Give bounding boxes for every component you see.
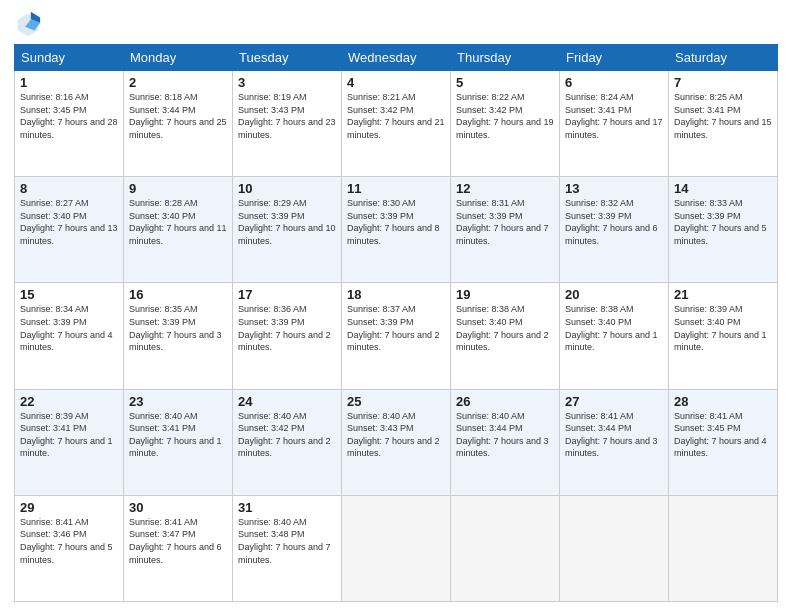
calendar-cell: 30Sunrise: 8:41 AMSunset: 3:47 PMDayligh…	[124, 495, 233, 601]
day-header-monday: Monday	[124, 45, 233, 71]
day-number: 1	[20, 75, 118, 90]
cell-info: Sunrise: 8:39 AMSunset: 3:41 PMDaylight:…	[20, 411, 113, 459]
calendar-cell	[560, 495, 669, 601]
calendar-cell: 15Sunrise: 8:34 AMSunset: 3:39 PMDayligh…	[15, 283, 124, 389]
calendar-cell: 3Sunrise: 8:19 AMSunset: 3:43 PMDaylight…	[233, 71, 342, 177]
cell-info: Sunrise: 8:41 AMSunset: 3:44 PMDaylight:…	[565, 411, 658, 459]
cell-info: Sunrise: 8:34 AMSunset: 3:39 PMDaylight:…	[20, 304, 113, 352]
day-number: 28	[674, 394, 772, 409]
cell-info: Sunrise: 8:33 AMSunset: 3:39 PMDaylight:…	[674, 198, 767, 246]
calendar-cell: 29Sunrise: 8:41 AMSunset: 3:46 PMDayligh…	[15, 495, 124, 601]
calendar-cell: 1Sunrise: 8:16 AMSunset: 3:45 PMDaylight…	[15, 71, 124, 177]
cell-info: Sunrise: 8:31 AMSunset: 3:39 PMDaylight:…	[456, 198, 549, 246]
day-number: 20	[565, 287, 663, 302]
day-number: 23	[129, 394, 227, 409]
day-number: 14	[674, 181, 772, 196]
calendar-cell: 19Sunrise: 8:38 AMSunset: 3:40 PMDayligh…	[451, 283, 560, 389]
cell-info: Sunrise: 8:29 AMSunset: 3:39 PMDaylight:…	[238, 198, 336, 246]
calendar-cell: 20Sunrise: 8:38 AMSunset: 3:40 PMDayligh…	[560, 283, 669, 389]
calendar-cell: 9Sunrise: 8:28 AMSunset: 3:40 PMDaylight…	[124, 177, 233, 283]
calendar-cell: 4Sunrise: 8:21 AMSunset: 3:42 PMDaylight…	[342, 71, 451, 177]
cell-info: Sunrise: 8:18 AMSunset: 3:44 PMDaylight:…	[129, 92, 227, 140]
cell-info: Sunrise: 8:30 AMSunset: 3:39 PMDaylight:…	[347, 198, 440, 246]
cell-info: Sunrise: 8:41 AMSunset: 3:47 PMDaylight:…	[129, 517, 222, 565]
cell-info: Sunrise: 8:40 AMSunset: 3:44 PMDaylight:…	[456, 411, 549, 459]
day-header-thursday: Thursday	[451, 45, 560, 71]
calendar-cell: 27Sunrise: 8:41 AMSunset: 3:44 PMDayligh…	[560, 389, 669, 495]
cell-info: Sunrise: 8:16 AMSunset: 3:45 PMDaylight:…	[20, 92, 118, 140]
logo-icon	[14, 10, 42, 38]
cell-info: Sunrise: 8:40 AMSunset: 3:43 PMDaylight:…	[347, 411, 440, 459]
day-number: 7	[674, 75, 772, 90]
day-number: 17	[238, 287, 336, 302]
calendar-table: SundayMondayTuesdayWednesdayThursdayFrid…	[14, 44, 778, 602]
calendar-cell: 10Sunrise: 8:29 AMSunset: 3:39 PMDayligh…	[233, 177, 342, 283]
logo	[14, 10, 46, 38]
day-number: 16	[129, 287, 227, 302]
calendar-cell: 17Sunrise: 8:36 AMSunset: 3:39 PMDayligh…	[233, 283, 342, 389]
calendar-week-row: 22Sunrise: 8:39 AMSunset: 3:41 PMDayligh…	[15, 389, 778, 495]
calendar-cell: 18Sunrise: 8:37 AMSunset: 3:39 PMDayligh…	[342, 283, 451, 389]
calendar-cell: 13Sunrise: 8:32 AMSunset: 3:39 PMDayligh…	[560, 177, 669, 283]
cell-info: Sunrise: 8:25 AMSunset: 3:41 PMDaylight:…	[674, 92, 772, 140]
day-number: 30	[129, 500, 227, 515]
calendar-cell: 23Sunrise: 8:40 AMSunset: 3:41 PMDayligh…	[124, 389, 233, 495]
calendar-cell: 26Sunrise: 8:40 AMSunset: 3:44 PMDayligh…	[451, 389, 560, 495]
calendar-cell: 6Sunrise: 8:24 AMSunset: 3:41 PMDaylight…	[560, 71, 669, 177]
day-header-saturday: Saturday	[669, 45, 778, 71]
cell-info: Sunrise: 8:36 AMSunset: 3:39 PMDaylight:…	[238, 304, 331, 352]
cell-info: Sunrise: 8:38 AMSunset: 3:40 PMDaylight:…	[565, 304, 658, 352]
calendar-cell: 16Sunrise: 8:35 AMSunset: 3:39 PMDayligh…	[124, 283, 233, 389]
cell-info: Sunrise: 8:38 AMSunset: 3:40 PMDaylight:…	[456, 304, 549, 352]
cell-info: Sunrise: 8:40 AMSunset: 3:41 PMDaylight:…	[129, 411, 222, 459]
cell-info: Sunrise: 8:21 AMSunset: 3:42 PMDaylight:…	[347, 92, 445, 140]
day-number: 3	[238, 75, 336, 90]
cell-info: Sunrise: 8:28 AMSunset: 3:40 PMDaylight:…	[129, 198, 227, 246]
day-number: 2	[129, 75, 227, 90]
calendar-week-row: 15Sunrise: 8:34 AMSunset: 3:39 PMDayligh…	[15, 283, 778, 389]
day-number: 19	[456, 287, 554, 302]
day-number: 18	[347, 287, 445, 302]
calendar-cell: 7Sunrise: 8:25 AMSunset: 3:41 PMDaylight…	[669, 71, 778, 177]
calendar-cell: 11Sunrise: 8:30 AMSunset: 3:39 PMDayligh…	[342, 177, 451, 283]
cell-info: Sunrise: 8:24 AMSunset: 3:41 PMDaylight:…	[565, 92, 663, 140]
day-number: 13	[565, 181, 663, 196]
cell-info: Sunrise: 8:41 AMSunset: 3:45 PMDaylight:…	[674, 411, 767, 459]
day-header-friday: Friday	[560, 45, 669, 71]
cell-info: Sunrise: 8:39 AMSunset: 3:40 PMDaylight:…	[674, 304, 767, 352]
calendar-cell: 22Sunrise: 8:39 AMSunset: 3:41 PMDayligh…	[15, 389, 124, 495]
calendar-header-row: SundayMondayTuesdayWednesdayThursdayFrid…	[15, 45, 778, 71]
day-number: 6	[565, 75, 663, 90]
day-number: 26	[456, 394, 554, 409]
day-number: 27	[565, 394, 663, 409]
day-number: 12	[456, 181, 554, 196]
cell-info: Sunrise: 8:37 AMSunset: 3:39 PMDaylight:…	[347, 304, 440, 352]
day-number: 5	[456, 75, 554, 90]
calendar-cell: 31Sunrise: 8:40 AMSunset: 3:48 PMDayligh…	[233, 495, 342, 601]
calendar-cell: 8Sunrise: 8:27 AMSunset: 3:40 PMDaylight…	[15, 177, 124, 283]
day-number: 10	[238, 181, 336, 196]
header	[14, 10, 778, 38]
day-number: 9	[129, 181, 227, 196]
day-header-tuesday: Tuesday	[233, 45, 342, 71]
calendar-cell: 21Sunrise: 8:39 AMSunset: 3:40 PMDayligh…	[669, 283, 778, 389]
calendar-cell: 28Sunrise: 8:41 AMSunset: 3:45 PMDayligh…	[669, 389, 778, 495]
day-number: 8	[20, 181, 118, 196]
cell-info: Sunrise: 8:41 AMSunset: 3:46 PMDaylight:…	[20, 517, 113, 565]
main-container: SundayMondayTuesdayWednesdayThursdayFrid…	[0, 0, 792, 612]
calendar-cell: 25Sunrise: 8:40 AMSunset: 3:43 PMDayligh…	[342, 389, 451, 495]
calendar-cell: 12Sunrise: 8:31 AMSunset: 3:39 PMDayligh…	[451, 177, 560, 283]
cell-info: Sunrise: 8:40 AMSunset: 3:48 PMDaylight:…	[238, 517, 331, 565]
cell-info: Sunrise: 8:40 AMSunset: 3:42 PMDaylight:…	[238, 411, 331, 459]
day-number: 31	[238, 500, 336, 515]
calendar-week-row: 8Sunrise: 8:27 AMSunset: 3:40 PMDaylight…	[15, 177, 778, 283]
calendar-cell: 2Sunrise: 8:18 AMSunset: 3:44 PMDaylight…	[124, 71, 233, 177]
calendar-cell: 5Sunrise: 8:22 AMSunset: 3:42 PMDaylight…	[451, 71, 560, 177]
day-header-sunday: Sunday	[15, 45, 124, 71]
calendar-cell: 24Sunrise: 8:40 AMSunset: 3:42 PMDayligh…	[233, 389, 342, 495]
cell-info: Sunrise: 8:22 AMSunset: 3:42 PMDaylight:…	[456, 92, 554, 140]
day-number: 22	[20, 394, 118, 409]
day-number: 11	[347, 181, 445, 196]
day-number: 29	[20, 500, 118, 515]
calendar-week-row: 1Sunrise: 8:16 AMSunset: 3:45 PMDaylight…	[15, 71, 778, 177]
